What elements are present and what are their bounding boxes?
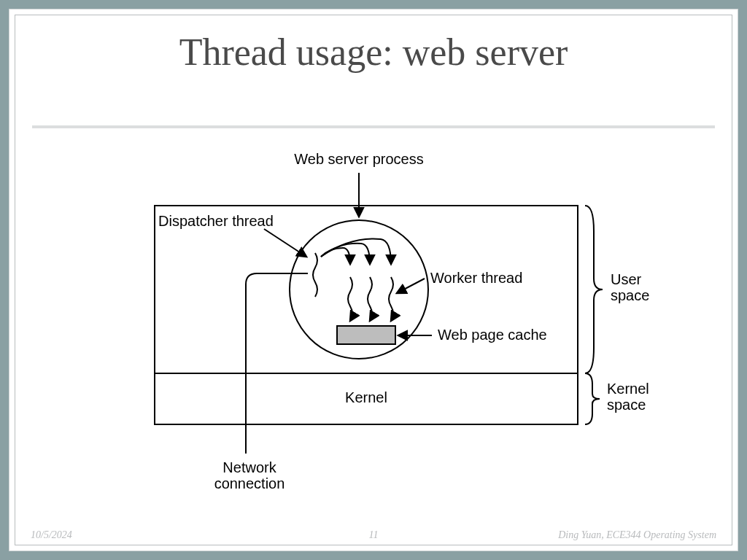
svg-line-6 <box>397 279 425 293</box>
svg-line-5 <box>264 229 306 257</box>
footer-author: Ding Yuan, ECE344 Operating System <box>558 529 716 541</box>
label-dispatcher-thread: Dispatcher thread <box>158 213 282 229</box>
title-divider <box>32 125 715 128</box>
title-container: Thread usage: web server <box>32 31 715 119</box>
label-network-connection: Network connection <box>187 459 311 491</box>
label-worker-thread: Worker thread <box>430 270 522 286</box>
label-kernel: Kernel <box>155 389 578 405</box>
svg-rect-3 <box>337 326 395 344</box>
slide: Thread usage: web server <box>9 9 738 551</box>
diagram: Web server process Dispatcher thread Wor… <box>118 147 665 512</box>
label-web-page-cache: Web page cache <box>438 327 547 343</box>
footer: 10/5/2024 11 Ding Yuan, ECE344 Operating… <box>23 529 724 544</box>
label-user-space: User space <box>611 271 649 303</box>
label-kernel-space: Kernel space <box>607 381 649 413</box>
slide-title: Thread usage: web server <box>32 31 715 74</box>
label-web-server-process: Web server process <box>286 151 432 167</box>
